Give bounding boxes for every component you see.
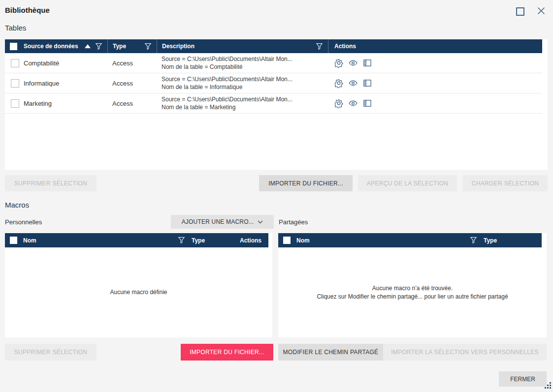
personal-macros-header: Nom Type Actions (5, 233, 268, 247)
shared-macros-header: Nom Type (278, 233, 542, 247)
row-type: Access (107, 60, 157, 67)
settings-gear-icon[interactable] (334, 58, 344, 68)
column-actions: Actions (328, 39, 542, 53)
table-row[interactable]: Informatique Access Source = C:\Users\Pu… (5, 73, 542, 93)
add-macro-button[interactable]: AJOUTER UNE MACRO... (171, 215, 274, 229)
import-from-file-button[interactable]: IMPORTER DU FICHIER... (259, 175, 353, 191)
row-checkbox[interactable] (11, 59, 19, 67)
load-selection-button[interactable]: CHARGER SÉLECTION (463, 175, 548, 191)
column-type: Type (484, 237, 542, 244)
settings-gear-icon[interactable] (334, 78, 344, 88)
column-name: Nom (23, 237, 36, 244)
import-macro-from-file-button[interactable]: IMPORTER DU FICHIER... (181, 344, 273, 361)
row-checkbox[interactable] (11, 79, 19, 88)
row-actions (328, 98, 542, 108)
personal-macros-empty-state: Aucune macro définie (5, 247, 272, 337)
settings-gear-icon[interactable] (334, 98, 344, 108)
column-type[interactable]: Type (107, 39, 157, 53)
row-type: Access (107, 100, 157, 107)
preview-selection-button[interactable]: APERÇU DE LA SÉLECTION (358, 175, 457, 191)
column-type: Type (192, 237, 240, 244)
personal-macros-table: Nom Type Actions Aucune macro définie (5, 233, 272, 337)
tables-section-label: Tables (5, 24, 26, 32)
row-description: Source = C:\Users\Public\Documents\Altai… (157, 95, 328, 111)
preview-eye-icon[interactable] (348, 78, 358, 88)
select-all-checkbox[interactable] (283, 237, 291, 244)
filter-icon[interactable] (95, 42, 103, 51)
row-checkbox[interactable] (11, 99, 19, 108)
column-actions: Actions (240, 237, 261, 244)
row-actions (328, 78, 542, 88)
tables-table: Source de données Type Description (5, 39, 548, 170)
row-name: Marketing (24, 100, 52, 107)
delete-macro-selection-button[interactable]: SUPPRIMER SÉLECTION (5, 344, 97, 361)
delete-selection-button[interactable]: SUPPRIMER SÉLECTION (5, 175, 97, 191)
close-button[interactable]: FERMER (499, 371, 547, 387)
filter-icon[interactable] (469, 236, 478, 244)
row-name: Comptabilité (24, 60, 59, 67)
resize-grip[interactable] (544, 382, 552, 391)
table-row[interactable]: Comptabilité Access Source = C:\Users\Pu… (5, 53, 542, 73)
select-all-checkbox[interactable] (10, 237, 17, 244)
filter-icon[interactable] (177, 236, 186, 244)
column-name: Nom (296, 237, 310, 244)
load-table-icon[interactable] (362, 98, 372, 108)
preview-eye-icon[interactable] (348, 98, 358, 108)
sort-ascending-icon[interactable] (85, 44, 91, 48)
filter-icon[interactable] (315, 42, 324, 51)
tables-table-header: Source de données Type Description (5, 39, 542, 53)
chevron-down-icon (258, 220, 263, 224)
row-description: Source = C:\Users\Public\Documents\Altai… (157, 75, 328, 91)
library-dialog: Bibliothèque Tables Source de données Ty… (0, 0, 553, 392)
preview-eye-icon[interactable] (348, 58, 358, 68)
close-icon[interactable] (537, 6, 546, 15)
table-row[interactable]: Marketing Access Source = C:\Users\Publi… (5, 93, 542, 114)
shared-macros-empty-state: Aucune macro n’a été trouvée. Cliquez su… (278, 247, 547, 337)
row-name: Informatique (24, 80, 59, 87)
row-actions (328, 58, 542, 68)
row-type: Access (107, 80, 157, 87)
shared-macros-label: Partagées (279, 218, 308, 226)
column-description[interactable]: Description (157, 39, 328, 53)
shared-macros-table: Nom Type Aucune macro n’a été trouvée. C… (278, 233, 547, 337)
import-selection-to-personal-button[interactable]: IMPORTER LA SÉLECTION VERS PERSONNELLES (383, 344, 547, 361)
select-all-checkbox[interactable] (10, 43, 17, 50)
maximize-icon[interactable] (516, 7, 524, 16)
filter-icon[interactable] (144, 42, 152, 51)
row-description: Source = C:\Users\Public\Documents\Altai… (157, 55, 328, 71)
column-source[interactable]: Source de données (5, 39, 107, 53)
load-table-icon[interactable] (362, 78, 372, 88)
dialog-title: Bibliothèque (5, 6, 50, 14)
macros-section-label: Macros (5, 201, 29, 209)
load-table-icon[interactable] (362, 58, 372, 68)
personal-macros-label: Personnelles (5, 218, 42, 226)
modify-shared-path-button[interactable]: MODIFIER LE CHEMIN PARTAGÉ (278, 344, 383, 361)
